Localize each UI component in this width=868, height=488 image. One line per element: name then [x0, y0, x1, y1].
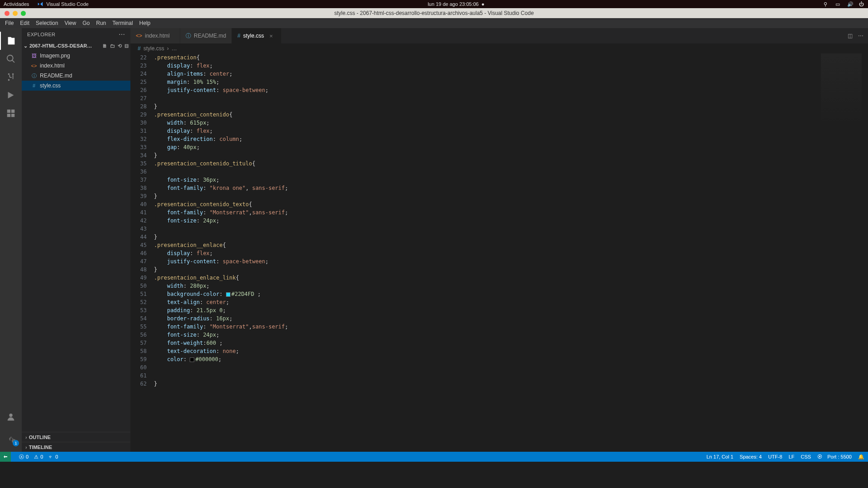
remote-indicator[interactable] [0, 452, 11, 462]
status-eol[interactable]: LF [789, 454, 795, 459]
network-icon[interactable]: ▭ [835, 1, 841, 7]
new-file-icon[interactable]: 🗎 [102, 43, 107, 49]
activity-run-debug[interactable] [0, 86, 22, 104]
css-file-icon: # [138, 45, 141, 52]
tab-index-html[interactable]: <>index.html [130, 28, 180, 43]
editor-more-icon[interactable]: ⋯ [858, 33, 863, 39]
menu-edit[interactable]: Edit [17, 19, 33, 28]
refresh-icon[interactable]: ⟲ [118, 43, 122, 49]
menu-run[interactable]: Run [93, 19, 109, 28]
md-file-icon: ⓘ [186, 32, 191, 40]
window-title: style.css - 2067-html-css-desarrollo-est… [0, 10, 868, 16]
sidebar-more-icon[interactable]: ⋯ [119, 31, 125, 38]
close-icon[interactable]: × [269, 33, 273, 39]
menu-terminal[interactable]: Terminal [109, 19, 136, 28]
sidebar: EXPLORER ⋯ ⌄ 2067-HTML-CSS-DESAR… 🗎 🗀 ⟲ … [22, 28, 130, 452]
breadcrumb-sep: › [167, 45, 169, 52]
html-file-icon: <> [31, 63, 37, 68]
file-item-imagem-png[interactable]: 🖼Imagem.png [22, 51, 130, 61]
breadcrumb[interactable]: # style.css › … [130, 43, 868, 53]
file-label: style.css [40, 82, 61, 89]
new-folder-icon[interactable]: 🗀 [110, 43, 115, 49]
file-item-index-html[interactable]: <>index.html [22, 61, 130, 71]
activity-settings[interactable]: 1 [0, 430, 22, 448]
status-ports[interactable]: ᯤ0 [48, 454, 58, 459]
split-editor-icon[interactable]: ◫ [848, 33, 853, 39]
radio-icon: ᯤ [48, 454, 53, 459]
window-titlebar: style.css - 2067-html-css-desarrollo-est… [0, 8, 868, 18]
activity-search[interactable] [0, 50, 22, 68]
breadcrumb-file: style.css [144, 45, 164, 52]
app-indicator[interactable]: Visual Studio Code [37, 1, 88, 7]
status-notifications[interactable]: 🔔 [858, 454, 864, 460]
volume-icon[interactable]: 🔊 [847, 1, 853, 7]
window-close-button[interactable] [5, 11, 10, 16]
menu-view[interactable]: View [61, 19, 79, 28]
os-topbar: Actividades Visual Studio Code lun 19 de… [0, 0, 868, 8]
tab-label: index.html [145, 33, 170, 39]
editor-tabs: <>index.htmlⓘREADME.md#style.css× ◫ ⋯ [130, 28, 868, 43]
css-file-icon: # [237, 33, 240, 39]
img-file-icon: 🖼 [31, 53, 37, 58]
status-spaces[interactable]: Spaces: 4 [740, 454, 762, 459]
file-tree: 🖼Imagem.png<>index.htmlⓘREADME.md#style.… [22, 51, 130, 432]
timeline-section[interactable]: ›TIMELINE [22, 442, 130, 452]
color-swatch [226, 292, 230, 297]
tab-label: style.css [243, 33, 264, 39]
activity-source-control[interactable] [0, 68, 22, 86]
file-label: Imagem.png [40, 53, 70, 59]
status-errors[interactable]: ⓧ0 [19, 454, 29, 460]
app-name: Visual Studio Code [46, 1, 88, 7]
status-lang[interactable]: CSS [801, 454, 811, 459]
statusbar: ⓧ0 ⚠0 ᯤ0 Ln 17, Col 1 Spaces: 4 UTF-8 LF… [0, 452, 868, 462]
md-file-icon: ⓘ [31, 72, 37, 79]
accessibility-icon[interactable]: ⚲ [824, 1, 829, 7]
status-encoding[interactable]: UTF-8 [768, 454, 782, 459]
menu-help[interactable]: Help [136, 19, 154, 28]
line-gutter: 2223242526272829303132333435363738394041… [130, 53, 154, 452]
file-label: index.html [40, 63, 65, 69]
html-file-icon: <> [136, 33, 142, 39]
minimap[interactable] [821, 53, 862, 144]
activity-explorer[interactable] [0, 32, 22, 50]
color-swatch [190, 358, 194, 362]
error-icon: ⓧ [19, 454, 24, 460]
menu-selection[interactable]: Selection [33, 19, 61, 28]
power-icon[interactable]: ⏻ [859, 1, 864, 7]
vscode-icon [37, 1, 43, 7]
clock[interactable]: lun 19 de ago 23:05:06 ● [89, 1, 824, 7]
window-maximize-button[interactable] [21, 11, 26, 16]
file-item-style-css[interactable]: #style.css [22, 81, 130, 91]
file-item-readme-md[interactable]: ⓘREADME.md [22, 71, 130, 81]
folder-header[interactable]: ⌄ 2067-HTML-CSS-DESAR… 🗎 🗀 ⟲ ⊟ [22, 41, 130, 51]
editor-area: <>index.htmlⓘREADME.md#style.css× ◫ ⋯ # … [130, 28, 868, 452]
status-warnings[interactable]: ⚠0 [34, 454, 43, 460]
broadcast-icon: ⦿ [817, 454, 822, 459]
activity-bar: 1 [0, 28, 22, 452]
activities-label[interactable]: Actividades [4, 1, 29, 7]
sidebar-title: EXPLORER [27, 32, 55, 37]
menu-go[interactable]: Go [79, 19, 93, 28]
breadcrumb-rest: … [172, 45, 177, 52]
window-minimize-button[interactable] [13, 11, 18, 16]
tab-readme-md[interactable]: ⓘREADME.md [180, 28, 232, 43]
menu-file[interactable]: File [2, 19, 17, 28]
activity-extensions[interactable] [0, 104, 22, 122]
tab-style-css[interactable]: #style.css× [232, 28, 282, 43]
status-liveserver[interactable]: ⦿ Port : 5500 [817, 454, 852, 459]
code-text[interactable]: .presentacion{ display: flex; align-item… [154, 53, 868, 452]
collapse-icon[interactable]: ⊟ [125, 43, 129, 49]
status-lncol[interactable]: Ln 17, Col 1 [706, 454, 733, 459]
settings-badge: 1 [13, 440, 19, 446]
outline-section[interactable]: ›OUTLINE [22, 432, 130, 442]
code-editor[interactable]: 2223242526272829303132333435363738394041… [130, 53, 868, 452]
menubar: FileEditSelectionViewGoRunTerminalHelp [0, 18, 868, 28]
chevron-down-icon: ⌄ [24, 43, 28, 49]
activity-accounts[interactable] [0, 408, 22, 426]
warning-icon: ⚠ [34, 454, 38, 460]
css-file-icon: # [31, 83, 37, 88]
tab-label: README.md [194, 33, 226, 39]
folder-name: 2067-HTML-CSS-DESAR… [29, 43, 92, 48]
file-label: README.md [40, 72, 72, 79]
